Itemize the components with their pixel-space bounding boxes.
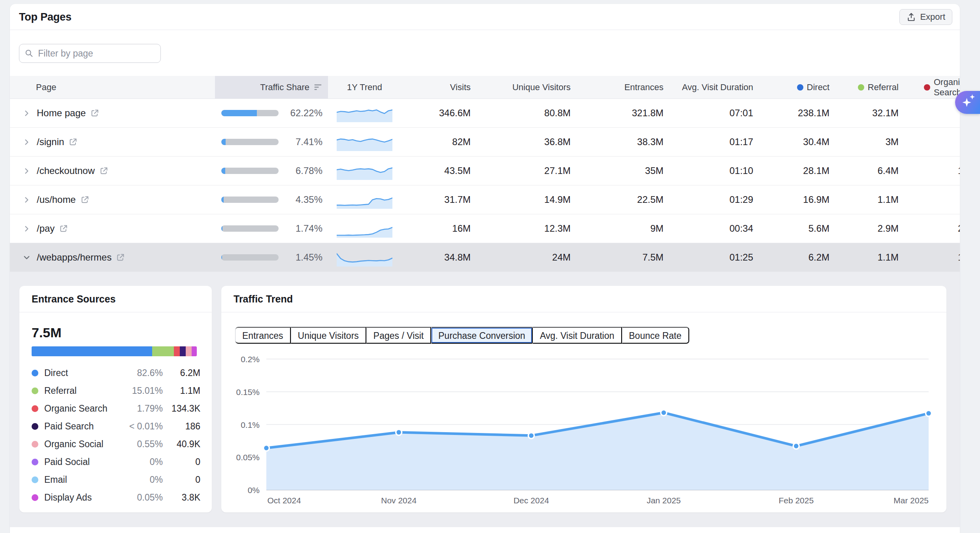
cell-unique-visitors: 24M [476,252,576,263]
source-label: Paid Social [44,457,90,467]
sparkline-chart [337,191,392,209]
chevron-right-icon[interactable] [22,224,31,233]
traffic-share-bar-fill [221,168,225,174]
cell-unique-visitors: 80.8M [476,108,576,119]
cell-referral: 32.1M [835,108,904,119]
table-row[interactable]: /pay1.74%16M12.3M9M00:345.6M2.9M2 [10,214,960,243]
column-header-1y-trend: 1Y Trend [328,76,401,98]
chevron-right-icon[interactable] [22,138,31,147]
direct-label: Direct [807,82,829,93]
svg-text:0%: 0% [248,486,260,495]
column-header-entrances: Entrances [576,76,669,98]
column-header-page: Page [10,76,215,98]
entrance-source-item: Direct82.6%6.2M [32,364,200,382]
page-cell[interactable]: /webapps/hermes [10,252,215,263]
cell-referral: 2.9M [835,223,904,234]
source-label: Organic Search [44,403,107,414]
column-header-avg-visit-duration: Avg. Visit Duration [669,76,759,98]
source-label: Display Ads [44,492,92,503]
cell-entrances: 22.5M [576,194,669,205]
chevron-right-icon[interactable] [22,195,31,204]
expanded-row-detail: Entrance Sources 7.5M Direct82.6%6.2MRef… [10,272,960,527]
source-share: 1.79% [137,403,163,414]
source-label: Referral [44,386,77,396]
page-cell[interactable]: /us/home [10,194,215,205]
entrance-source-item: Email0%0 [32,471,200,489]
page-link[interactable]: Home page [37,108,86,119]
table-row[interactable]: Home page62.22%346.6M80.8M321.8M07:01238… [10,99,960,128]
cell-referral: 1.1M [835,194,904,205]
cell-unique-visitors: 12.3M [476,223,576,234]
entrance-sources-stacked-bar [32,346,197,356]
cell-entrances: 38.3M [576,136,669,147]
svg-text:Mar 2025: Mar 2025 [893,496,929,505]
page-cell[interactable]: /checkoutnow [10,165,215,176]
tab-bounce-rate[interactable]: Bounce Rate [622,327,689,344]
page-link[interactable]: /webapps/hermes [37,252,111,263]
page-cell[interactable]: /pay [10,223,215,234]
source-share: 15.01% [132,386,163,396]
external-link-icon[interactable] [80,195,89,204]
source-value: 40.9K [163,439,200,450]
cell-entrances: 321.8M [576,108,669,119]
external-link-icon[interactable] [90,109,99,118]
cell-visits: 16M [401,223,476,234]
top-pages-table: Page Traffic Share 1Y Trend Visits Uniqu… [10,76,960,272]
source-value: 3.8K [163,492,200,503]
ai-assistant-button[interactable] [955,91,980,114]
traffic-share-bar [221,110,279,116]
cell-visits: 31.7M [401,194,476,205]
traffic-trend-title: Traffic Trend [221,286,946,312]
tab-entrances[interactable]: Entrances [236,327,291,344]
sparkline-chart [337,133,392,151]
table-row[interactable]: /webapps/hermes1.45%34.8M24M7.5M01:256.2… [10,243,960,272]
chevron-down-icon[interactable] [22,253,31,262]
traffic-share-cell: 62.22% [215,108,328,119]
page-link[interactable]: /checkoutnow [37,165,95,176]
table-row[interactable]: /signin7.41%82M36.8M38.3M01:1730.4M3M [10,128,960,157]
tab-purchase-conversion[interactable]: Purchase Conversion [431,327,533,344]
source-value: 186 [163,421,200,432]
chevron-right-icon[interactable] [22,109,31,118]
source-share: 0.05% [137,492,163,503]
traffic-trend-card: Traffic Trend EntrancesUnique VisitorsPa… [221,286,946,512]
svg-text:Dec 2024: Dec 2024 [513,496,549,505]
traffic-share-bar-fill [221,254,222,261]
table-row[interactable]: /checkoutnow6.78%43.5M27.1M35M01:1028.1M… [10,157,960,185]
column-header-direct: Direct [759,76,835,98]
traffic-share-bar [221,139,279,145]
trend-cell [328,133,401,151]
external-link-icon[interactable] [99,166,108,176]
traffic-share-value: 62.22% [279,108,322,119]
tab-pages-visit[interactable]: Pages / Visit [366,327,431,344]
filter-input[interactable] [38,48,155,59]
svg-text:0.1%: 0.1% [241,420,260,429]
table-row[interactable]: /us/home4.35%31.7M14.9M22.5M01:2916.9M1.… [10,185,960,214]
cell-organic-clipped: 1 [904,252,960,263]
page-link[interactable]: /signin [37,136,64,147]
svg-text:Oct 2024: Oct 2024 [267,496,301,505]
sparkline-chart [337,248,392,266]
external-link-icon[interactable] [68,138,77,147]
search-icon [24,48,34,59]
column-header-traffic-share[interactable]: Traffic Share [215,76,328,98]
chevron-right-icon[interactable] [22,166,31,176]
cell-entrances: 9M [576,223,669,234]
page-link[interactable]: /pay [37,223,55,234]
cell-direct: 30.4M [759,136,835,147]
column-header-referral: Referral [835,76,904,98]
source-share: < 0.01% [129,421,163,432]
page-link[interactable]: /us/home [37,194,76,205]
referral-label: Referral [868,82,899,93]
source-share: 0% [150,457,163,467]
external-link-icon[interactable] [116,253,125,262]
page-cell[interactable]: /signin [10,136,215,147]
tab-unique-visitors[interactable]: Unique Visitors [291,327,366,344]
export-button[interactable]: Export [899,9,952,25]
external-link-icon[interactable] [59,224,68,233]
entrance-source-item: Referral15.01%1.1M [32,382,200,400]
cell-unique-visitors: 27.1M [476,165,576,176]
page-cell[interactable]: Home page [10,108,215,119]
organic-legend-dot [924,84,930,91]
tab-avg-visit-duration[interactable]: Avg. Visit Duration [533,327,622,344]
